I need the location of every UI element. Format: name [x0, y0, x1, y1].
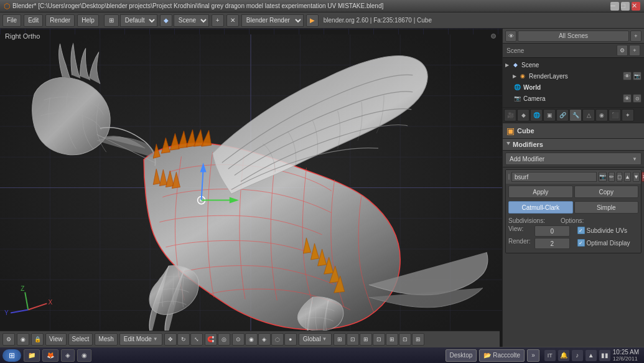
mod-edit-btn[interactable]: ✏ — [609, 172, 615, 182]
layer5-icon[interactable]: ⊞ — [386, 333, 398, 346]
prop5-icon[interactable]: ● — [284, 333, 297, 346]
prop-tab-data[interactable]: △ — [582, 109, 595, 121]
prop-tab-constraints[interactable]: 🔗 — [556, 109, 569, 121]
prop-tab-render[interactable]: 🎥 — [504, 109, 516, 121]
layout-icon[interactable]: ⊞ — [104, 14, 119, 27]
view-menu-btn[interactable]: 👁 — [505, 31, 516, 42]
viewport-lock-btn[interactable]: 🔒 — [31, 333, 44, 346]
pivot-selector[interactable]: Global ▼ — [299, 333, 332, 346]
modifier-name-input[interactable] — [511, 172, 597, 182]
layout-select[interactable]: Default — [120, 14, 157, 27]
snap2-icon[interactable]: ◎ — [218, 333, 230, 346]
prop2-icon[interactable]: ◉ — [245, 333, 258, 346]
prop4-icon[interactable]: ◌ — [271, 333, 284, 346]
viewport-settings-btn[interactable]: ⚙ — [2, 333, 15, 346]
prop-tab-object[interactable]: ▣ — [543, 109, 556, 121]
prop3-icon[interactable]: ◈ — [258, 333, 271, 346]
subdivide-uvs-checkbox[interactable]: ✓ — [577, 227, 585, 234]
sort-btn[interactable]: All Scenes — [518, 31, 629, 42]
maximize-button[interactable]: □ — [621, 2, 630, 11]
close-button[interactable]: ✕ — [632, 2, 640, 11]
layer3-icon[interactable]: ⊞ — [360, 333, 372, 346]
mod-render-btn[interactable]: 📷 — [599, 172, 607, 182]
it-language-indicator[interactable]: IT — [544, 350, 556, 361]
add-btn[interactable]: + — [630, 31, 642, 42]
copy-button[interactable]: Copy — [574, 186, 639, 198]
file-menu[interactable]: File — [2, 14, 21, 27]
clock[interactable]: 10:25 AM 12/6/2011 — [613, 349, 639, 362]
mesh-btn[interactable]: Mesh — [95, 333, 117, 346]
add-modifier-button[interactable]: Add Modifier ▼ — [505, 153, 642, 165]
camera-eye-btn[interactable]: 👁 — [623, 94, 632, 103]
view-btn[interactable]: View — [45, 333, 67, 346]
scale-icon[interactable]: ⤡ — [190, 333, 203, 346]
network-icon[interactable]: ▲ — [586, 350, 597, 361]
layer6-icon[interactable]: ⊡ — [399, 333, 411, 346]
simple-btn[interactable]: Simple — [574, 201, 639, 214]
taskbar-app4[interactable]: ◉ — [77, 349, 91, 362]
notification-icon[interactable]: 🔔 — [558, 350, 569, 361]
modifiers-section-header[interactable]: Modifiers — [503, 139, 644, 151]
scene-add-btn[interactable]: + — [629, 45, 640, 56]
mod-cage-btn[interactable]: ◻ — [617, 172, 622, 182]
mod-down-btn[interactable]: ▼ — [633, 172, 640, 182]
taskbar-app3[interactable]: ◈ — [61, 349, 75, 362]
render-value-btn[interactable]: 2 — [534, 238, 570, 249]
prop-tab-modifiers[interactable]: 🔧 — [569, 109, 582, 121]
layer1-icon[interactable]: ⊞ — [334, 333, 346, 346]
render-eye-icon[interactable]: 👁 — [623, 72, 632, 80]
taskbar-desktop[interactable]: Desktop — [446, 349, 477, 362]
help-menu[interactable]: Help — [77, 14, 99, 27]
layer4-icon[interactable]: ⊡ — [373, 333, 385, 346]
snap-icon[interactable]: 🧲 — [205, 333, 217, 346]
taskbar-tray: IT 🔔 ♪ ▲ ▮▮ 10:25 AM 12/6/2011 — [542, 349, 642, 362]
mode-selector[interactable]: Edit Mode ▼ — [119, 333, 162, 346]
scene-select[interactable]: Scene — [174, 14, 209, 27]
viewport-nav-btn[interactable]: ◉ — [17, 333, 29, 346]
modifier-visibility-dot[interactable] — [508, 174, 510, 180]
prop-tab-world[interactable]: 🌐 — [530, 109, 543, 121]
render-menu[interactable]: Render — [45, 14, 75, 27]
layer2-icon[interactable]: ⊡ — [347, 333, 359, 346]
taskbar-raccolte[interactable]: 📂 Racccolte — [479, 349, 525, 362]
prop-edit-icon[interactable]: ⊙ — [232, 333, 245, 346]
rotate-icon[interactable]: ↻ — [177, 333, 190, 346]
taskbar-firefox[interactable]: 🦊 — [42, 349, 58, 362]
camera-item[interactable]: 📷 Camera 👁 ⊙ — [503, 93, 644, 104]
render-layers-item[interactable]: ▶ ◉ RenderLayers 👁 📷 — [503, 70, 644, 82]
render-cam-icon[interactable]: 📷 — [633, 72, 642, 80]
apply-button[interactable]: Apply — [508, 186, 573, 198]
layer7-icon[interactable]: ⊞ — [412, 333, 424, 346]
firefox-icon: 🦊 — [47, 352, 54, 359]
select-btn[interactable]: Select — [68, 333, 93, 346]
scene-item[interactable]: ▶ ◆ Scene — [503, 59, 644, 70]
grab-icon[interactable]: ✥ — [164, 333, 177, 346]
object-name: Cube — [517, 127, 534, 134]
taskbar-explorer[interactable]: 📁 — [24, 349, 40, 362]
prop-tab-texture[interactable]: ⬛ — [609, 109, 621, 121]
world-item[interactable]: 🌐 World — [503, 82, 644, 93]
taskbar: ⊞ 📁 🦊 ◈ ◉ Desktop 📂 Racccolte » IT 🔔 ♪ ▲… — [0, 347, 644, 363]
add-scene-icon[interactable]: + — [212, 14, 224, 27]
view-value-btn[interactable]: 0 — [534, 225, 570, 237]
minimize-button[interactable]: ─ — [610, 2, 619, 11]
camera-sel-btn[interactable]: ⊙ — [633, 94, 642, 103]
prop-tab-particles[interactable]: ✦ — [622, 109, 634, 121]
add-modifier-label: Add Modifier — [510, 156, 544, 163]
edit-menu[interactable]: Edit — [24, 14, 43, 27]
remove-scene-icon[interactable]: ✕ — [226, 14, 239, 27]
render-engine-select[interactable]: Blender Render — [241, 14, 304, 27]
taskbar-expand[interactable]: » — [527, 349, 539, 362]
start-button[interactable]: ⊞ — [2, 349, 21, 362]
scene-settings-btn[interactable]: ⚙ — [617, 45, 628, 56]
speaker-icon[interactable]: ♪ — [572, 350, 583, 361]
prop-tab-material[interactable]: ◉ — [595, 109, 608, 121]
mod-expand-btn[interactable]: ▲ — [624, 172, 631, 182]
prop-tab-scene[interactable]: ◆ — [517, 109, 530, 121]
render-icon[interactable]: ▶ — [306, 14, 319, 27]
optimal-display-checkbox[interactable]: ✓ — [577, 239, 585, 247]
mod-delete-btn[interactable]: ✕ — [642, 172, 644, 182]
catmull-clark-btn[interactable]: Catmull-Clark — [508, 201, 573, 214]
viewport[interactable]: Right Ortho — [0, 29, 502, 347]
battery-icon[interactable]: ▮▮ — [599, 350, 610, 361]
